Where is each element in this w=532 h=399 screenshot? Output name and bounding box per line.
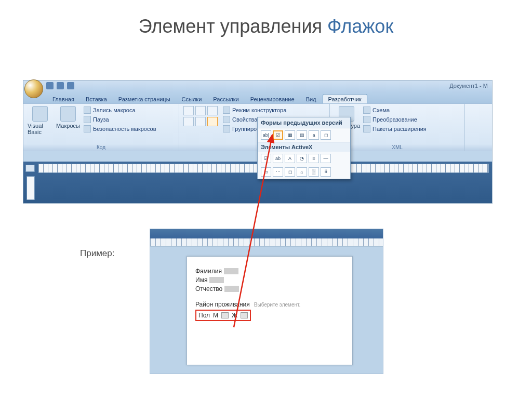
document-name: Документ1 - M xyxy=(449,83,488,89)
controls-gallery[interactable] xyxy=(183,106,218,133)
tab-insert[interactable]: Вставка xyxy=(81,95,112,103)
transform-button[interactable]: Преобразование xyxy=(363,116,427,123)
sex-label: Пол xyxy=(198,312,210,319)
transform-icon xyxy=(363,116,370,123)
tab-developer[interactable]: Разработчик xyxy=(323,94,367,103)
example-body: Фамилия Имя Отчество Район проживания Вы… xyxy=(150,247,383,374)
field-region: Район проживания Выберите элемент. xyxy=(195,301,344,308)
ax-spin-icon[interactable]: ◻ xyxy=(285,167,295,177)
ribbon-tabs: Главная Вставка Разметка страницы Ссылки… xyxy=(23,92,492,103)
design-mode-button[interactable]: Режим конструктора xyxy=(223,107,286,114)
ax-image-icon[interactable]: ░ xyxy=(309,167,319,177)
title-accent: Флажок xyxy=(327,16,393,37)
activex-row-2: ▭ ⋯ ◻ ⌂ ░ ⠿ xyxy=(258,165,350,179)
tab-references[interactable]: Ссылки xyxy=(177,95,207,103)
example-label: Пример: xyxy=(80,248,115,259)
patronymic-label: Отчество xyxy=(195,285,222,292)
tab-mailings[interactable]: Рассылки xyxy=(208,95,244,103)
ax-checkbox-icon[interactable]: ☑ xyxy=(261,154,271,163)
lastname-label: Фамилия xyxy=(195,268,222,275)
vb-label: Visual Basic xyxy=(28,123,52,135)
tab-review[interactable]: Рецензирование xyxy=(245,95,300,103)
schema-button[interactable]: Схема xyxy=(363,107,427,114)
macros-button[interactable]: Макросы xyxy=(56,106,81,135)
sex-f-checkbox[interactable] xyxy=(241,312,248,318)
field-firstname: Имя xyxy=(195,276,344,284)
ax-toggle-icon[interactable]: ⋯ xyxy=(273,167,283,177)
ax-combo-icon[interactable]: — xyxy=(321,154,331,163)
sex-highlight-box: Пол М Ж xyxy=(195,310,251,321)
record-icon xyxy=(84,107,91,114)
group-xml-label: XML xyxy=(334,143,460,150)
field-patronymic: Отчество xyxy=(195,285,344,292)
save-icon[interactable] xyxy=(46,82,54,89)
activex-header: Элементы ActiveX xyxy=(258,142,350,152)
tab-pagelayout[interactable]: Разметка страницы xyxy=(113,95,176,103)
ax-textbox-icon[interactable]: ab xyxy=(273,154,283,163)
example-window: Фамилия Имя Отчество Район проживания Вы… xyxy=(150,229,383,374)
firstname-label: Имя xyxy=(195,276,207,284)
example-titlebar xyxy=(150,229,383,238)
visual-basic-button[interactable]: Visual Basic xyxy=(28,106,52,135)
pause-icon xyxy=(84,116,91,123)
packs-icon xyxy=(363,125,370,132)
vb-icon xyxy=(32,106,48,122)
sex-m-checkbox[interactable] xyxy=(221,312,229,318)
titlebar: Документ1 - M xyxy=(23,81,492,92)
legacy-checkbox-icon[interactable]: ☑ xyxy=(273,130,283,140)
title-main: Элемент управления xyxy=(139,16,322,37)
firstname-input[interactable] xyxy=(209,277,224,283)
region-label: Район проживания xyxy=(195,301,250,308)
schema-icon xyxy=(363,107,370,114)
macro-security-button[interactable]: Безопасность макросов xyxy=(84,125,156,132)
legacy-forms-header: Формы предыдущих версий xyxy=(258,117,350,128)
patronymic-input[interactable] xyxy=(224,286,239,292)
properties-icon xyxy=(223,116,230,123)
vertical-ruler[interactable] xyxy=(26,176,35,200)
undo-icon[interactable] xyxy=(57,82,64,89)
sex-m-label: М xyxy=(213,312,218,319)
group-code: Visual Basic Макросы Запись макроса Пауз… xyxy=(23,104,179,151)
tab-view[interactable]: Вид xyxy=(301,95,322,103)
tab-home[interactable]: Главная xyxy=(47,95,79,103)
legacy-combobox-icon[interactable]: ▦ xyxy=(285,130,295,140)
ax-label-icon[interactable]: A xyxy=(285,154,295,163)
macros-label: Макросы xyxy=(56,123,80,129)
group-code-label: Код xyxy=(28,143,175,150)
office-button[interactable] xyxy=(24,79,43,98)
ax-option-icon[interactable]: ◔ xyxy=(297,154,307,163)
example-page: Фамилия Имя Отчество Район проживания Вы… xyxy=(187,256,353,365)
ax-scroll-icon[interactable]: ⌂ xyxy=(297,167,307,177)
legacy-tools-popup: Формы предыдущих версий ab| ☑ ▦ ▤ a ◻ Эл… xyxy=(257,117,351,179)
field-lastname: Фамилия xyxy=(195,268,344,275)
example-ruler[interactable] xyxy=(150,238,383,247)
legacy-label-icon[interactable]: a xyxy=(309,130,319,140)
expansion-packs-button[interactable]: Пакеты расширения xyxy=(363,125,427,132)
slide-title: Элемент управления Флажок xyxy=(0,16,532,37)
word-window: Документ1 - M Главная Вставка Разметка с… xyxy=(23,80,493,204)
design-icon xyxy=(223,107,230,114)
quick-access-toolbar[interactable] xyxy=(46,82,74,89)
ax-list-icon[interactable]: ≡ xyxy=(309,154,319,163)
legacy-textfield-icon[interactable]: ab| xyxy=(261,130,271,140)
ax-button-icon[interactable]: ▭ xyxy=(261,167,271,177)
macros-icon xyxy=(60,106,76,122)
lastname-input[interactable] xyxy=(224,268,238,274)
record-macro-button[interactable]: Запись макроса xyxy=(84,107,156,114)
ruler-corner xyxy=(25,165,35,172)
legacy-forms-row: ab| ☑ ▦ ▤ a ◻ xyxy=(258,128,350,142)
legacy-frame-icon[interactable]: ▤ xyxy=(297,130,307,140)
pause-button[interactable]: Пауза xyxy=(84,116,156,123)
redo-icon[interactable] xyxy=(67,82,74,89)
shield-icon xyxy=(84,125,91,132)
sex-f-label: Ж xyxy=(232,312,237,319)
region-hint[interactable]: Выберите элемент. xyxy=(254,302,300,308)
activex-row-1: ☑ ab A ◔ ≡ — xyxy=(258,152,350,165)
field-sex: Пол М Ж xyxy=(195,310,344,321)
legacy-reset-icon[interactable]: ◻ xyxy=(321,130,331,140)
ax-more-icon[interactable]: ⠿ xyxy=(321,167,331,177)
group-icon xyxy=(223,125,230,132)
